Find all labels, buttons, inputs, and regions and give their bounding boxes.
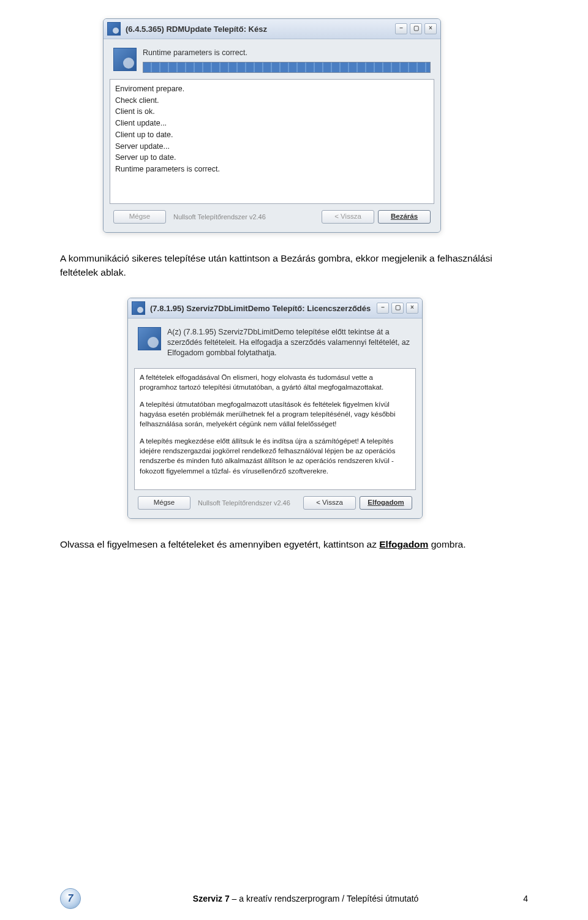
text-fragment: gombra. <box>428 539 466 549</box>
close-button[interactable]: Bezárás <box>378 210 431 224</box>
titlebar: (6.4.5.365) RDMUpdate Telepítő: Kész – ▢… <box>104 19 440 39</box>
instruction-paragraph-1: A kommunikáció sikeres telepítése után k… <box>60 251 528 280</box>
page-footer: 7 Szerviz 7 – a kreatív rendszerprogram … <box>0 888 588 909</box>
footer-brand: Szerviz 7 <box>193 894 230 903</box>
accept-button[interactable]: Elfogadom <box>360 496 412 510</box>
log-line: Client update... <box>115 118 429 129</box>
installer-icon <box>138 327 161 350</box>
window-controls: – ▢ × <box>395 23 437 34</box>
license-text-area[interactable]: A feltételek elfogadásával Ön elismeri, … <box>134 368 416 490</box>
window-title: (7.8.1.95) Szerviz7DbLimitDemo Telepítő:… <box>150 304 371 313</box>
page-number: 4 <box>523 894 528 903</box>
installer-window-rdmupdate: (6.4.5.365) RDMUpdate Telepítő: Kész – ▢… <box>103 18 441 233</box>
minimize-button[interactable]: – <box>377 303 389 314</box>
log-list: Enviroment prepare. Check client. Client… <box>110 79 434 204</box>
installer-window-license: (7.8.1.95) Szerviz7DbLimitDemo Telepítő:… <box>127 298 423 518</box>
instruction-paragraph-2: Olvassa el figyelmesen a feltételeket és… <box>60 537 528 551</box>
button-row: Mégse Nullsoft Telepítőrendszer v2.46 < … <box>134 490 416 512</box>
nsis-version-label: Nullsoft Telepítőrendszer v2.46 <box>170 213 270 221</box>
window-title: (6.4.5.365) RDMUpdate Telepítő: Kész <box>126 25 267 34</box>
license-paragraph: A feltételek elfogadásával Ön elismeri, … <box>140 372 410 392</box>
close-window-button[interactable]: × <box>406 303 418 314</box>
log-line: Server up to date. <box>115 152 429 164</box>
footer-text: Szerviz 7 – a kreatív rendszerprogram / … <box>88 894 523 903</box>
window-controls: – ▢ × <box>377 303 418 314</box>
accept-link-text: Elfogadom <box>379 539 428 549</box>
log-line: Server update... <box>115 141 429 153</box>
log-line: Client up to date. <box>115 129 429 141</box>
footer-tagline: – a kreatív rendszerprogram / Telepítési… <box>230 894 419 903</box>
progress-bar <box>143 62 431 73</box>
cancel-button[interactable]: Mégse <box>138 496 190 510</box>
log-line: Runtime parameters is correct. <box>115 164 429 175</box>
back-button[interactable]: < Vissza <box>322 210 374 224</box>
minimize-button[interactable]: – <box>395 23 407 34</box>
log-line: Check client. <box>115 95 429 107</box>
button-row: Mégse Nullsoft Telepítőrendszer v2.46 < … <box>110 204 434 226</box>
intro-text: A(z) (7.8.1.95) Szerviz7DbLimitDemo tele… <box>167 327 412 358</box>
window-body: A(z) (7.8.1.95) Szerviz7DbLimitDemo tele… <box>128 319 422 518</box>
text-fragment: Olvassa el figyelmesen a feltételeket és… <box>60 539 379 549</box>
log-line: Enviroment prepare. <box>115 83 429 95</box>
license-paragraph: A telepítési útmutatóban megfogalmazott … <box>140 399 410 429</box>
maximize-button[interactable]: ▢ <box>391 303 404 314</box>
app-icon <box>132 301 145 315</box>
back-button[interactable]: < Vissza <box>303 496 356 510</box>
nsis-version-label: Nullsoft Telepítőrendszer v2.46 <box>194 499 294 507</box>
brand-icon: 7 <box>60 888 81 909</box>
titlebar: (7.8.1.95) Szerviz7DbLimitDemo Telepítő:… <box>128 298 422 319</box>
installer-icon <box>113 48 137 71</box>
close-window-button[interactable]: × <box>424 23 437 34</box>
app-icon <box>107 22 121 36</box>
license-paragraph: A telepítés megkezdése előtt állítsuk le… <box>140 436 410 475</box>
cancel-button[interactable]: Mégse <box>113 210 166 224</box>
window-body: Runtime parameters is correct. Enviromen… <box>104 39 440 232</box>
maximize-button[interactable]: ▢ <box>410 23 422 34</box>
log-line: Client is ok. <box>115 106 429 118</box>
status-text: Runtime parameters is correct. <box>143 48 431 58</box>
